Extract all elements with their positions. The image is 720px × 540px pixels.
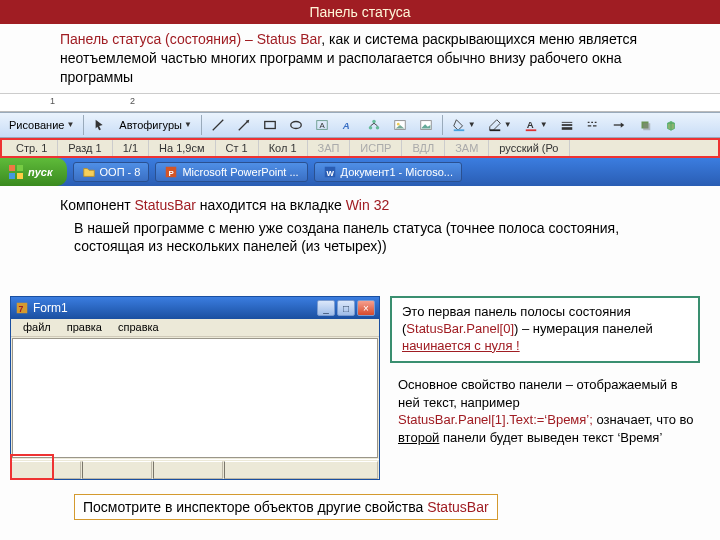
svg-line-1 (239, 121, 248, 130)
toolbar-separator (442, 115, 443, 135)
drawing-toolbar: Рисование ▼ Автофигуры ▼ A A ▼ ▼ A▼ (0, 112, 720, 138)
textbox-button[interactable]: A (310, 115, 334, 135)
mid-paragraph-2: В нашей программе с меню уже создана пан… (0, 217, 720, 259)
pointer-icon (93, 118, 107, 132)
arrow-style-button[interactable] (607, 115, 631, 135)
dash-icon (586, 118, 600, 132)
shadow-icon (638, 118, 652, 132)
fill-color-button[interactable]: ▼ (447, 115, 481, 135)
svg-text:P: P (169, 168, 174, 177)
slide-title-text: Панель статуса (309, 4, 410, 20)
rectangle-button[interactable] (258, 115, 282, 135)
svg-point-9 (376, 126, 380, 130)
autoshapes-button[interactable]: Автофигуры ▼ (114, 116, 197, 134)
slide-title: Панель статуса (0, 0, 720, 24)
svg-rect-13 (454, 129, 465, 131)
taskbar-item-label: Документ1 - Microso... (341, 166, 453, 178)
form-window: 7 Form1 _ □ × файл правка справка (10, 296, 380, 480)
close-button[interactable]: × (357, 300, 375, 316)
ruler-tick: 2 (130, 96, 135, 106)
taskbar-item-label: Microsoft PowerPoint ... (182, 166, 298, 178)
chevron-down-icon: ▼ (66, 120, 74, 129)
chevron-down-icon: ▼ (184, 120, 192, 129)
autoshapes-label: Автофигуры (119, 119, 182, 131)
shadow-button[interactable] (633, 115, 657, 135)
svg-text:A: A (319, 120, 325, 129)
wordart-icon: A (341, 118, 355, 132)
status-trk: ИСПР (350, 140, 402, 156)
taskbar-item[interactable]: W Документ1 - Microso... (314, 162, 462, 182)
svg-rect-27 (9, 173, 15, 179)
word-screenshot: 1 2 Рисование ▼ Автофигуры ▼ A A ▼ ▼ A▼ (0, 93, 720, 186)
ruler: 1 2 (0, 94, 720, 112)
svg-point-7 (372, 119, 376, 123)
svg-point-8 (369, 126, 373, 130)
picture-icon (419, 118, 433, 132)
svg-text:A: A (342, 119, 350, 130)
panel-text-explanation: Основное свойство панели – отображаемый … (398, 376, 698, 446)
line-color-button[interactable]: ▼ (483, 115, 517, 135)
svg-line-0 (213, 119, 224, 130)
maximize-button[interactable]: □ (337, 300, 355, 316)
app-icon: 7 (15, 301, 29, 315)
svg-rect-2 (265, 121, 276, 128)
menu-file[interactable]: файл (15, 319, 59, 336)
intro-lead: Панель статуса (состояния) – Status Bar (60, 31, 321, 47)
svg-text:7: 7 (19, 304, 24, 314)
start-button[interactable]: пуск (0, 158, 67, 186)
minimize-button[interactable]: _ (317, 300, 335, 316)
svg-rect-26 (17, 165, 23, 171)
chevron-down-icon: ▼ (540, 120, 548, 129)
menu-help[interactable]: справка (110, 319, 167, 336)
drawing-menu-button[interactable]: Рисование ▼ (4, 116, 79, 134)
picture-button[interactable] (414, 115, 438, 135)
line-style-button[interactable] (555, 115, 579, 135)
form-client-area (12, 338, 378, 458)
form-titlebar: 7 Form1 _ □ × (11, 297, 379, 319)
svg-rect-28 (17, 173, 23, 179)
start-label: пуск (28, 166, 53, 178)
font-color-icon: A (524, 118, 538, 132)
status-page: Стр. 1 (6, 140, 58, 156)
svg-point-11 (397, 122, 400, 125)
svg-rect-16 (525, 129, 536, 131)
clipart-button[interactable] (388, 115, 412, 135)
arrow-button[interactable] (232, 115, 256, 135)
status-line: Ст 1 (216, 140, 259, 156)
dash-style-button[interactable] (581, 115, 605, 135)
cube-icon (664, 118, 678, 132)
powerpoint-icon: P (164, 165, 178, 179)
line-style-icon (560, 118, 574, 132)
drawing-label: Рисование (9, 119, 64, 131)
chevron-down-icon: ▼ (468, 120, 476, 129)
svg-rect-25 (9, 165, 15, 171)
status-ovr: ЗАМ (445, 140, 489, 156)
arrow-icon (237, 118, 251, 132)
chevron-down-icon: ▼ (504, 120, 512, 129)
footer-hint: Посмотрите в инспекторе объектов другие … (74, 494, 498, 520)
svg-point-3 (291, 121, 302, 128)
status-panel-3 (224, 461, 378, 479)
clipart-icon (393, 118, 407, 132)
taskbar-item[interactable]: P Microsoft PowerPoint ... (155, 162, 307, 182)
oval-button[interactable] (284, 115, 308, 135)
textbox-icon: A (315, 118, 329, 132)
select-objects-button[interactable] (88, 115, 112, 135)
font-color-button[interactable]: A▼ (519, 115, 553, 135)
delphi-form-screenshot: 7 Form1 _ □ × файл правка справка (10, 296, 380, 480)
status-pages: 1/1 (113, 140, 149, 156)
toolbar-separator (201, 115, 202, 135)
menu-edit[interactable]: правка (59, 319, 110, 336)
brush-icon (488, 118, 502, 132)
status-rec: ЗАП (308, 140, 351, 156)
line-button[interactable] (206, 115, 230, 135)
ruler-tick: 1 (50, 96, 55, 106)
toolbar-separator (83, 115, 84, 135)
svg-text:A: A (526, 118, 533, 129)
wordart-button[interactable]: A (336, 115, 360, 135)
3d-button[interactable] (659, 115, 683, 135)
arrow-style-icon (612, 118, 626, 132)
taskbar-item[interactable]: ООП - 8 (73, 162, 150, 182)
diagram-button[interactable] (362, 115, 386, 135)
status-panel-1 (82, 461, 152, 479)
